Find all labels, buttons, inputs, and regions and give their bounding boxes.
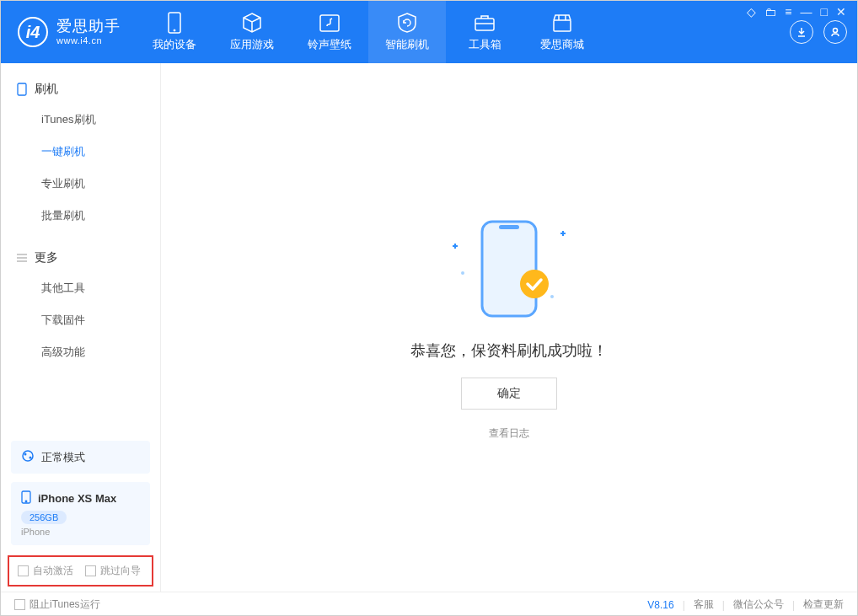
store-icon xyxy=(551,12,573,34)
check-update-link[interactable]: 检查更新 xyxy=(803,597,844,612)
shirt-icon[interactable]: ◇ xyxy=(747,5,756,19)
device-card[interactable]: iPhone XS Max 256GB iPhone xyxy=(11,482,150,545)
lock-icon[interactable]: 🗀 xyxy=(764,5,776,19)
svg-point-8 xyxy=(24,453,27,456)
flash-options-row: 自动激活 跳过向导 xyxy=(8,555,153,587)
svg-rect-13 xyxy=(499,225,519,229)
main-content: 恭喜您，保资料刷机成功啦！ 确定 查看日志 xyxy=(161,63,857,592)
tab-apps-games[interactable]: 应用游戏 xyxy=(213,1,291,63)
svg-point-1 xyxy=(174,29,175,31)
svg-point-5 xyxy=(834,29,838,33)
wechat-link[interactable]: 微信公众号 xyxy=(733,597,784,612)
minimize-button[interactable]: ― xyxy=(801,5,812,19)
app-title: 爱思助手 xyxy=(56,19,121,35)
tab-label: 应用游戏 xyxy=(230,37,274,52)
logo-icon: i4 xyxy=(18,17,48,47)
block-itunes-checkbox[interactable]: 阻止iTunes运行 xyxy=(14,597,100,612)
option-label: 自动激活 xyxy=(33,564,73,578)
svg-point-7 xyxy=(23,451,33,461)
mode-label: 正常模式 xyxy=(41,450,85,465)
view-log-link[interactable]: 查看日志 xyxy=(489,426,529,441)
tab-my-device[interactable]: 我的设备 xyxy=(136,1,213,63)
maximize-button[interactable]: □ xyxy=(821,5,828,19)
close-button[interactable]: ✕ xyxy=(836,5,846,19)
tab-label: 我的设备 xyxy=(153,37,196,52)
footer: 阻止iTunes运行 V8.16 | 客服 | 微信公众号 | 检查更新 xyxy=(1,592,857,616)
tab-label: 智能刷机 xyxy=(385,37,429,52)
sidebar-item-itunes-flash[interactable]: iTunes刷机 xyxy=(1,104,160,136)
support-link[interactable]: 客服 xyxy=(694,597,714,612)
device-name: iPhone XS Max xyxy=(38,492,116,505)
svg-rect-2 xyxy=(320,15,339,31)
ok-button[interactable]: 确定 xyxy=(461,378,557,410)
tab-label: 工具箱 xyxy=(469,37,501,52)
sidebar-item-advanced[interactable]: 高级功能 xyxy=(1,336,160,368)
svg-rect-6 xyxy=(18,83,26,95)
mode-card[interactable]: 正常模式 xyxy=(11,441,150,474)
section-title: 更多 xyxy=(35,250,58,265)
success-illustration xyxy=(446,214,572,324)
svg-point-9 xyxy=(29,457,32,459)
app-header: i4 爱思助手 www.i4.cn 我的设备 应用游戏 铃声壁纸 xyxy=(1,1,857,63)
sidebar-section-flash: 刷机 xyxy=(1,75,160,104)
list-icon xyxy=(16,252,28,264)
download-button[interactable] xyxy=(790,20,813,44)
device-capacity: 256GB xyxy=(21,511,67,524)
music-folder-icon xyxy=(319,12,341,34)
sidebar-item-pro-flash[interactable]: 专业刷机 xyxy=(1,168,160,200)
sidebar-section-more: 更多 xyxy=(1,244,160,272)
toolbox-icon xyxy=(474,12,496,34)
cube-icon xyxy=(241,12,263,34)
skip-guide-checkbox[interactable]: 跳过向导 xyxy=(85,564,141,578)
sidebar-item-other-tools[interactable]: 其他工具 xyxy=(1,272,160,304)
svg-point-11 xyxy=(25,501,27,502)
sidebar-item-oneclick-flash[interactable]: 一键刷机 xyxy=(1,136,160,168)
logo-area: i4 爱思助手 www.i4.cn xyxy=(1,1,136,63)
auto-activate-checkbox[interactable]: 自动激活 xyxy=(18,564,73,578)
sidebar: 刷机 iTunes刷机 一键刷机 专业刷机 批量刷机 更多 其他工具 下载固件 … xyxy=(1,63,161,592)
section-title: 刷机 xyxy=(35,82,58,97)
checkbox-icon xyxy=(14,599,25,610)
menu-icon[interactable]: ≡ xyxy=(785,5,791,19)
refresh-shield-icon xyxy=(396,12,418,34)
sidebar-item-download-fw[interactable]: 下载固件 xyxy=(1,304,160,336)
tab-store[interactable]: 爱思商城 xyxy=(523,1,601,63)
svg-rect-3 xyxy=(475,19,494,30)
device-type: iPhone xyxy=(21,527,140,537)
tab-label: 爱思商城 xyxy=(540,37,584,52)
device-icon xyxy=(164,12,185,34)
user-button[interactable] xyxy=(823,20,847,44)
success-message: 恭喜您，保资料刷机成功啦！ xyxy=(410,340,608,361)
mode-icon xyxy=(21,449,35,465)
phone-icon xyxy=(16,83,28,95)
device-phone-icon xyxy=(21,490,31,506)
tab-label: 铃声壁纸 xyxy=(308,37,351,52)
tab-ringtone-wallpaper[interactable]: 铃声壁纸 xyxy=(291,1,368,63)
checkbox-icon xyxy=(85,565,96,576)
nav-tabs: 我的设备 应用游戏 铃声壁纸 智能刷机 工具箱 xyxy=(136,1,601,63)
svg-rect-4 xyxy=(554,20,571,31)
version-label: V8.16 xyxy=(647,599,673,611)
option-label: 跳过向导 xyxy=(100,564,141,578)
app-subtitle: www.i4.cn xyxy=(56,35,121,46)
window-controls: ◇ 🗀 ≡ ― □ ✕ xyxy=(747,5,846,19)
tab-smart-flash[interactable]: 智能刷机 xyxy=(368,1,446,63)
header-right: ◇ 🗀 ≡ ― □ ✕ xyxy=(790,1,857,63)
svg-point-14 xyxy=(520,270,549,298)
sidebar-item-batch-flash[interactable]: 批量刷机 xyxy=(1,200,160,232)
block-itunes-label: 阻止iTunes运行 xyxy=(29,597,100,612)
checkbox-icon xyxy=(18,565,29,576)
tab-toolbox[interactable]: 工具箱 xyxy=(446,1,523,63)
